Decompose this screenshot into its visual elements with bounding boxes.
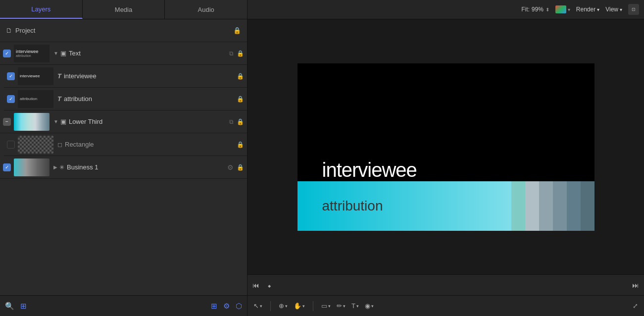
duplicate-icon-text[interactable]: ⧉	[229, 50, 234, 57]
layer-row-lower-third[interactable]: − ▼ ▣ Lower Third ⧉ 🔒	[0, 110, 247, 133]
canvas-area: interviewee attribution	[248, 19, 644, 274]
hand-tool-icon: ✋	[294, 302, 301, 310]
project-label: 🗋 Project	[6, 27, 233, 34]
text-icon-interviewee: T	[57, 72, 61, 80]
hand-tool[interactable]: ✋	[294, 302, 305, 310]
canvas-attribution-text: attribution	[322, 198, 383, 214]
sep1	[270, 301, 271, 311]
canvas-block-2	[525, 181, 539, 231]
arrange-icon[interactable]: ⊞	[20, 302, 27, 311]
lock-icon-business1[interactable]: 🔒	[237, 164, 244, 171]
share-icon[interactable]: ⬡	[236, 302, 242, 311]
timeline-marker-btn[interactable]: ⬥	[267, 281, 271, 289]
layer-checkbox-attribution[interactable]: ✓	[7, 95, 15, 103]
layer-thumbnail-text: interviewee attribution	[14, 45, 50, 62]
render-dropdown[interactable]: Render	[576, 6, 599, 13]
layer-label-lower-third: Lower Third	[69, 118, 229, 125]
shape-tool-icon: ▭	[321, 302, 327, 310]
layer-actions-interviewee: 🔒	[237, 73, 244, 80]
main-content: 🗋 Project 🔒 ✓ interviewee attribution ▼ …	[0, 19, 644, 316]
tab-media[interactable]: Media	[83, 0, 165, 19]
right-bottom-bar: ↖ ⊕ ✋ ▭ ✏ T ◉ ⤢	[248, 295, 644, 316]
expand-icon[interactable]: ⤢	[633, 302, 638, 310]
layer-label-text: Text	[69, 50, 229, 57]
layer-checkbox-rectangle[interactable]	[7, 141, 15, 149]
arrow-tool-icon: ↖	[253, 302, 259, 310]
lock-icon-lower-third[interactable]: 🔒	[237, 118, 244, 125]
layer-actions-lower-third: ⧉ 🔒	[229, 118, 244, 125]
search-icon[interactable]: 🔍	[5, 302, 14, 311]
tab-audio[interactable]: Audio	[165, 0, 248, 19]
document-icon: 🗋	[6, 27, 12, 34]
lock-icon-interviewee[interactable]: 🔒	[237, 73, 244, 80]
lock-icon-attribution[interactable]: 🔒	[237, 96, 244, 103]
gear-icon-business1[interactable]: ⚙	[227, 163, 234, 171]
canvas-block-6	[581, 181, 594, 231]
canvas-interviewee-text: interviewee	[322, 159, 417, 181]
expand-arrow-text[interactable]: ▼	[53, 51, 58, 56]
canvas-preview: interviewee attribution	[297, 63, 594, 231]
globe-tool[interactable]: ⊕	[279, 302, 288, 310]
pen-tool-icon: ✏	[337, 302, 342, 310]
canvas-right-blocks	[511, 181, 594, 231]
layer-checkbox-business1[interactable]: ✓	[3, 163, 11, 171]
layer-thumbnail-rectangle	[18, 136, 53, 154]
shape-tool[interactable]: ▭	[321, 302, 331, 310]
tab-layers[interactable]: Layers	[0, 0, 83, 19]
color-swatch	[555, 5, 566, 13]
color-picker-icon[interactable]: ▾	[555, 5, 570, 13]
layer-actions-text: ⧉ 🔒	[229, 50, 244, 57]
layer-row-text-group[interactable]: ✓ interviewee attribution ▼ ▣ Text ⧉ 🔒	[0, 42, 247, 65]
canvas-block-4	[553, 181, 567, 231]
layer-label-rectangle: Rectangle	[65, 141, 237, 148]
sep2	[313, 301, 313, 311]
layer-checkbox-interviewee[interactable]: ✓	[7, 72, 15, 80]
canvas-block-5	[567, 181, 581, 231]
layer-label-attribution: attribution	[64, 95, 237, 103]
canvas-panel: interviewee attribution	[248, 19, 644, 316]
pen-tool[interactable]: ✏	[337, 302, 346, 310]
layer-thumbnail-lower-third	[14, 113, 50, 131]
lock-icon-rectangle[interactable]: 🔒	[237, 141, 244, 148]
canvas-lower-third: attribution	[297, 181, 594, 231]
timeline-end-btn[interactable]: ⏭	[632, 281, 639, 289]
left-bottom-bar: 🔍 ⊞ ⊞ ⚙ ⬡	[0, 295, 247, 316]
view-dropdown[interactable]: View	[605, 6, 622, 13]
canvas-block-1	[511, 181, 525, 231]
project-row[interactable]: 🗋 Project 🔒	[0, 19, 247, 42]
globe-tool-icon: ⊕	[279, 302, 284, 310]
group-icon-lower-third: ▣	[60, 118, 66, 125]
color-tool[interactable]: ◉	[365, 302, 374, 310]
layer-actions-rectangle: 🔒	[237, 141, 244, 148]
layer-row-attribution[interactable]: ✓ attribution T attribution 🔒	[4, 88, 247, 110]
lock-icon-text[interactable]: 🔒	[237, 50, 244, 57]
window-size-button[interactable]: ⊡	[628, 4, 639, 15]
fit-control[interactable]: Fit: 99% ⬍	[521, 6, 549, 13]
expand-arrow-lower-third[interactable]: ▼	[53, 119, 58, 124]
layer-row-rectangle[interactable]: ◻ Rectangle 🔒	[4, 133, 247, 156]
duplicate-icon-lower-third[interactable]: ⧉	[229, 118, 234, 125]
timeline-start-btn[interactable]: ⏮	[252, 281, 259, 289]
top-bar: Layers Media Audio Fit: 99% ⬍ ▾ Render V…	[0, 0, 644, 19]
layers-panel: 🗋 Project 🔒 ✓ interviewee attribution ▼ …	[0, 19, 248, 316]
top-bar-controls: Fit: 99% ⬍ ▾ Render View ⊡	[248, 0, 644, 19]
shape-icon-rectangle: ◻	[57, 141, 62, 148]
fx-icon-business1: ✳	[59, 164, 64, 171]
gear-icon-bottom[interactable]: ⚙	[223, 302, 230, 311]
layer-checkbox-lower-third[interactable]: −	[3, 118, 11, 126]
layer-actions-business1: ⚙ 🔒	[227, 163, 244, 171]
layer-row-business1[interactable]: ✓ ▶ ✳ Business 1 ⚙ 🔒	[0, 156, 247, 179]
tab-group: Layers Media Audio	[0, 0, 248, 19]
layer-checkbox-text[interactable]: ✓	[3, 50, 11, 57]
expand-arrow-business1[interactable]: ▶	[53, 164, 57, 170]
group-icon-text: ▣	[60, 50, 66, 57]
text-tool[interactable]: T	[351, 302, 359, 310]
text-tool-icon: T	[351, 302, 355, 310]
layer-label-business1: Business 1	[67, 163, 227, 171]
layer-thumbnail-attribution: attribution	[18, 90, 53, 108]
layer-thumbnail-business1	[14, 158, 50, 176]
grid-icon[interactable]: ⊞	[211, 302, 217, 311]
arrow-tool[interactable]: ↖	[253, 302, 262, 310]
layer-row-interviewee[interactable]: ✓ interviewee T interviewee 🔒	[4, 65, 247, 88]
timeline-bar: ⏮ ⬥ ⏭	[248, 274, 644, 295]
